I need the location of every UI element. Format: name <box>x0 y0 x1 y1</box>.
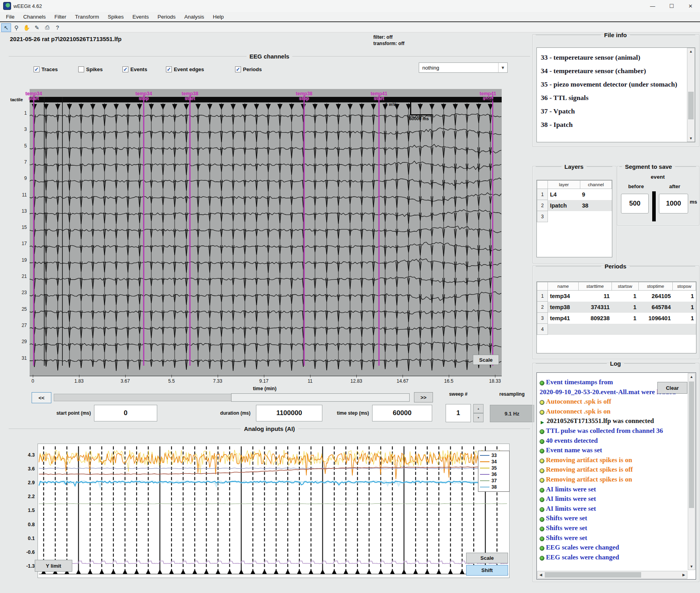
param-field-time[interactable]: 60000 <box>372 405 432 421</box>
periods-table-wrap[interactable]: namestarttimestartswstoptimestopsw1temp3… <box>536 281 696 353</box>
log-pin-icon <box>540 410 544 415</box>
ai-shift-button[interactable]: Shift <box>466 565 508 576</box>
log-entry: 40 events detected <box>537 437 696 447</box>
x-tick-mark <box>125 375 126 378</box>
log-bullet-icon <box>540 488 544 493</box>
file-info-list[interactable]: 33 - temperetaure sensor (animal)34 - te… <box>536 47 695 142</box>
spinner-up-icon[interactable]: ▲ <box>473 404 484 413</box>
file-info-item: 34 - temperetaure sensor (chamber) <box>537 64 695 78</box>
eeg-channel-label: 31 <box>17 355 27 361</box>
log-bullet-icon <box>540 449 544 453</box>
voltage-scale-bar <box>410 101 411 115</box>
periods-row[interactable]: 1temp341112641051 <box>537 291 696 302</box>
layers-row[interactable]: 2Ipatch38 <box>537 200 612 211</box>
periods-cell: 374311 <box>578 302 612 313</box>
select-tool-icon[interactable]: ↖ <box>1 23 11 32</box>
menu-help[interactable]: Help <box>209 14 228 20</box>
loaded-file-label: 2021-05-26 rat p7\20210526T1713551.lfp <box>10 36 122 42</box>
page-forward-button[interactable]: >> <box>414 392 433 402</box>
ai-legend-line-icon <box>480 455 489 456</box>
ai-scale-button[interactable]: Scale <box>466 553 508 563</box>
menu-events[interactable]: Events <box>128 14 153 20</box>
file-info-item: 35 - piezo movement detector (under stom… <box>537 78 695 91</box>
scroll-down-icon[interactable]: ▼ <box>687 135 694 142</box>
periods-cell <box>578 324 612 335</box>
scroll-left-icon[interactable]: ◀ <box>538 571 544 578</box>
eeg-plot-area[interactable] <box>30 89 502 376</box>
segment-event-label: event <box>617 174 698 180</box>
periods-cell: 809238 <box>578 313 612 324</box>
eeg-group-title: EEG channels <box>250 53 290 60</box>
periods-row[interactable]: 2temp3837431116457841 <box>537 302 696 313</box>
log-vscrollbar[interactable]: ▲ ▼ <box>688 373 695 570</box>
ai-legend-entry: 38 <box>480 484 508 490</box>
close-button[interactable]: ✕ <box>681 0 700 12</box>
menu-file[interactable]: File <box>2 14 19 20</box>
ai-plot-area[interactable] <box>38 444 510 578</box>
param-field-duration[interactable]: 1100000 <box>256 405 322 421</box>
layers-row[interactable]: 3 <box>537 211 612 222</box>
periods-row[interactable]: 4 <box>537 324 696 335</box>
overlay-select[interactable]: nothing ▼ <box>419 62 508 73</box>
spinner-down-icon[interactable]: ▼ <box>473 413 484 422</box>
periods-header: starttime <box>578 282 612 291</box>
page-back-button[interactable]: << <box>32 392 51 403</box>
x-tick-label: 7.33 <box>206 378 230 384</box>
layers-row[interactable]: 1L49 <box>537 189 612 200</box>
file-info-scrollbar[interactable]: ▲ ▼ <box>687 48 695 142</box>
log-hscrollbar[interactable]: ◀ ▶ <box>537 571 687 579</box>
menu-spikes[interactable]: Spikes <box>103 14 128 20</box>
segment-before-field[interactable]: 500 <box>621 194 649 213</box>
log-clear-button[interactable]: Clear <box>657 382 687 394</box>
help-tool-icon[interactable]: ? <box>53 23 62 32</box>
menu-periods[interactable]: Periods <box>153 14 180 20</box>
sweep-spinner[interactable]: ▲ ▼ <box>473 404 484 422</box>
layers-table-wrap[interactable]: layerchannel1L492Ipatch383 <box>536 180 612 257</box>
menu-transform[interactable]: Transform <box>71 14 103 20</box>
eeg-traces-canvas <box>30 89 502 376</box>
ai-legend-label: 35 <box>491 465 497 471</box>
toolbar: ↖⚲✋✎⎙? <box>0 23 700 32</box>
menu-filter[interactable]: Filter <box>50 14 71 20</box>
checkbox-events[interactable]: ✓Events <box>122 66 147 73</box>
menu-analysis[interactable]: Analysis <box>180 14 208 20</box>
maximize-button[interactable]: ☐ <box>662 0 681 12</box>
param-field-start[interactable]: 0 <box>94 405 157 421</box>
layers-cell: Ipatch <box>548 200 580 211</box>
eeg-channel-label: 7 <box>17 159 27 165</box>
ai-traces-canvas <box>38 444 509 578</box>
ai-legend-entry: 33 <box>480 452 508 459</box>
eeg-scale-button[interactable]: Scale <box>473 355 499 365</box>
checkbox-label: Event edges <box>174 66 204 72</box>
layers-cell: 9 <box>580 189 612 200</box>
log-entry-text: Autoconnect .spk is on <box>546 408 610 415</box>
checkbox-event-edges[interactable]: ✓Event edges <box>166 66 204 73</box>
time-scrollbar-thumb[interactable] <box>231 393 410 402</box>
checkbox-periods[interactable]: ✓Periods <box>235 66 262 73</box>
minimize-button[interactable]: — <box>643 0 662 12</box>
eeg-channel-label: 23 <box>17 290 27 295</box>
scroll-up-icon[interactable]: ▲ <box>688 374 695 380</box>
menu-channels[interactable]: Channels <box>19 14 50 20</box>
scroll-down-icon[interactable]: ▼ <box>688 563 695 570</box>
scroll-up-icon[interactable]: ▲ <box>687 48 694 55</box>
log-box[interactable]: Event timestamps from2020-09-10_20-53-20… <box>536 372 696 580</box>
log-bullet-icon <box>540 507 544 512</box>
scroll-right-icon[interactable]: ▶ <box>681 571 687 578</box>
pan-tool-icon[interactable]: ✋ <box>22 23 32 32</box>
periods-cell: 11 <box>578 291 612 302</box>
log-entry: AI limits were set <box>537 485 696 495</box>
annotate-tool-icon[interactable]: ✎ <box>32 23 42 32</box>
chevron-down-icon: ▼ <box>498 63 507 72</box>
log-entry: Autoconnect .spk is on <box>537 408 696 417</box>
periods-row[interactable]: 3temp41809238110964011 <box>537 313 696 324</box>
checkbox-spikes[interactable]: Spikes <box>78 66 103 73</box>
segment-after-field[interactable]: 1000 <box>659 194 688 213</box>
checkbox-traces[interactable]: ✓Traces <box>34 66 58 73</box>
y-limit-button[interactable]: Y limit <box>35 560 72 572</box>
x-tick-mark <box>495 375 495 378</box>
log-bullet-icon <box>540 497 544 502</box>
zoom-tool-icon[interactable]: ⚲ <box>11 23 21 32</box>
sweep-number-field[interactable]: 1 <box>446 404 471 422</box>
print-tool-icon[interactable]: ⎙ <box>42 23 52 32</box>
